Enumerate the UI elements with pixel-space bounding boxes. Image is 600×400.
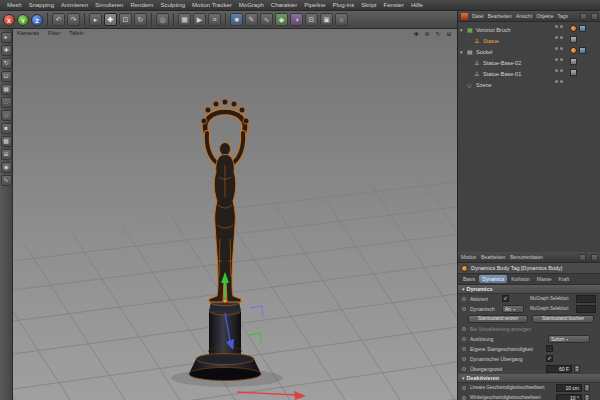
visibility-dot[interactable] xyxy=(560,80,563,83)
menu-plugins[interactable]: Plug-ins xyxy=(333,2,355,8)
object-label-szene[interactable]: Szene xyxy=(476,80,492,91)
generators-icon[interactable]: ◆ xyxy=(275,13,288,26)
live-selection-icon[interactable]: ▸ xyxy=(89,13,102,26)
rotate-tool-icon[interactable]: ↻ xyxy=(134,13,147,26)
tab-kraft[interactable]: Kraft xyxy=(556,275,573,283)
filter-icon[interactable] xyxy=(580,13,587,20)
move-icon[interactable]: ✚ xyxy=(1,45,12,56)
menu-animieren[interactable]: Animieren xyxy=(61,2,88,8)
redo-icon[interactable]: ↷ xyxy=(67,13,80,26)
om-menu-bearbeiten[interactable]: Bearbeiten xyxy=(488,13,512,19)
menu-charakter[interactable]: Charakter xyxy=(271,2,297,8)
tab-kollision[interactable]: Kollision xyxy=(508,275,533,283)
object-label-statue-base-02[interactable]: Statue-Base-02 xyxy=(483,58,521,69)
viewport-canvas[interactable] xyxy=(13,29,457,400)
menu-snapping[interactable]: Snapping xyxy=(29,2,54,8)
om-menu-objekte[interactable]: Objekte xyxy=(536,13,553,19)
deformers-icon[interactable]: ◑ xyxy=(290,13,303,26)
menu-skript[interactable]: Skript xyxy=(361,2,376,8)
light-icon[interactable]: ☼ xyxy=(335,13,348,26)
workplane-icon[interactable]: ⊞ xyxy=(1,149,12,160)
visibility-dot[interactable] xyxy=(555,47,558,50)
render-view-icon[interactable]: ▦ xyxy=(178,13,191,26)
visibility-dot[interactable] xyxy=(555,69,558,72)
dynamischer-uebergang-checkbox[interactable]: ✓ xyxy=(546,355,553,362)
keyframe-dot-icon[interactable] xyxy=(462,337,466,341)
phong-tag-icon[interactable] xyxy=(570,58,577,65)
visibility-dot[interactable] xyxy=(560,47,563,50)
visibility-dot[interactable] xyxy=(555,58,558,61)
am-menu-modus[interactable]: Modus xyxy=(461,254,476,260)
spinner-control[interactable]: ▴▾ xyxy=(584,384,590,392)
magnet-icon[interactable]: ∿ xyxy=(1,175,12,186)
snap-icon[interactable]: ◉ xyxy=(1,162,12,173)
coordinate-system-icon[interactable]: ◎ xyxy=(156,13,169,26)
texture-mode-icon[interactable]: ▩ xyxy=(1,136,12,147)
zoom-view-icon[interactable]: ⊕ xyxy=(423,30,431,38)
mograph-selektion-field[interactable] xyxy=(576,305,596,313)
viewport-menu-tafeln[interactable]: Tafeln xyxy=(69,30,84,36)
keyframe-dot-icon[interactable] xyxy=(462,347,466,351)
keyframe-dot-icon[interactable] xyxy=(462,396,466,400)
table-row[interactable]: ♙ Statue xyxy=(458,36,600,47)
visibility-dot[interactable] xyxy=(560,25,563,28)
table-row[interactable]: ▾ ▤ Sockel xyxy=(458,47,600,58)
rotate-view-icon[interactable]: ↻ xyxy=(434,30,442,38)
menu-fenster[interactable]: Fenster xyxy=(384,2,404,8)
menu-pipeline[interactable]: Pipeline xyxy=(304,2,325,8)
menu-simulieren[interactable]: Simulieren xyxy=(95,2,123,8)
menu-icon[interactable] xyxy=(591,254,598,261)
edge-mode-icon[interactable]: ◇ xyxy=(1,110,12,121)
selection-tool-icon[interactable]: ▸ xyxy=(1,32,12,43)
linear-schwellwert-field[interactable]: 10 cm xyxy=(556,384,582,392)
visibility-dot[interactable] xyxy=(560,58,563,61)
spline-icon[interactable]: ∿ xyxy=(260,13,273,26)
menu-rendern[interactable]: Rendern xyxy=(130,2,153,8)
viewport-menu-filter[interactable]: Filter xyxy=(48,30,60,36)
object-label-voronoi-bruch[interactable]: Voronoi Bruch xyxy=(476,25,511,36)
object-label-sockel[interactable]: Sockel xyxy=(476,47,493,58)
y-axis-lock-button[interactable]: Y xyxy=(17,14,29,26)
phong-tag-icon[interactable] xyxy=(579,25,586,32)
search-icon[interactable] xyxy=(591,13,598,20)
visibility-dot[interactable] xyxy=(555,36,558,39)
phong-tag-icon[interactable] xyxy=(579,47,586,54)
am-menu-benutzerdaten[interactable]: Benutzerdaten xyxy=(510,254,543,260)
scale-tool-icon[interactable]: ⊡ xyxy=(119,13,132,26)
aktiviert-checkbox[interactable]: ✓ xyxy=(502,295,509,302)
mograph-selektion-field[interactable] xyxy=(576,295,596,303)
model-mode-icon[interactable]: ■ xyxy=(1,123,12,134)
keyframe-dot-icon[interactable] xyxy=(462,357,466,361)
keyframe-dot-icon[interactable] xyxy=(462,327,466,331)
keyframe-dot-icon[interactable] xyxy=(462,297,466,301)
set-initial-state-button[interactable]: Startzustand setzen xyxy=(468,315,528,323)
pan-view-icon[interactable]: ✚ xyxy=(412,30,420,38)
move-tool-icon[interactable]: ✚ xyxy=(104,13,117,26)
object-label-statue-base-01[interactable]: Statue-Base-01 xyxy=(483,69,521,80)
spinner-control[interactable]: ▴▾ xyxy=(584,394,590,400)
dynamics-body-tag-icon[interactable] xyxy=(570,47,577,54)
object-label-statue[interactable]: Statue xyxy=(483,36,499,47)
render-settings-icon[interactable]: ≡ xyxy=(208,13,221,26)
tab-masse[interactable]: Masse xyxy=(534,275,555,283)
render-picture-viewer-icon[interactable]: ▶ xyxy=(193,13,206,26)
z-axis-lock-button[interactable]: Z xyxy=(31,14,43,26)
phong-tag-icon[interactable] xyxy=(570,36,577,43)
lock-icon[interactable] xyxy=(579,254,586,261)
dynamisch-dropdown[interactable]: An▾ xyxy=(502,305,524,313)
x-axis-lock-button[interactable]: X xyxy=(3,14,15,26)
scale-icon[interactable]: ⊡ xyxy=(1,71,12,82)
om-menu-ansicht[interactable]: Ansicht xyxy=(516,13,532,19)
polygon-mode-icon[interactable]: ▦ xyxy=(1,84,12,95)
table-row[interactable]: ♙ Statue-Base-02 xyxy=(458,58,600,69)
eigene-startgeschwindigkeit-checkbox[interactable] xyxy=(546,345,553,352)
rotate-icon[interactable]: ↻ xyxy=(1,58,12,69)
menu-hilfe[interactable]: Hilfe xyxy=(411,2,423,8)
clear-initial-state-button[interactable]: Startzustand löschen xyxy=(532,315,594,323)
section-header-deaktivieren[interactable]: ▾Deaktivieren xyxy=(458,374,600,383)
gizmo-origin[interactable] xyxy=(223,299,227,303)
viewport-menu-kameras[interactable]: Kameras xyxy=(17,30,39,36)
tab-basis[interactable]: Basis xyxy=(460,275,478,283)
visibility-dot[interactable] xyxy=(555,80,558,83)
floor-icon[interactable]: ⊟ xyxy=(305,13,318,26)
